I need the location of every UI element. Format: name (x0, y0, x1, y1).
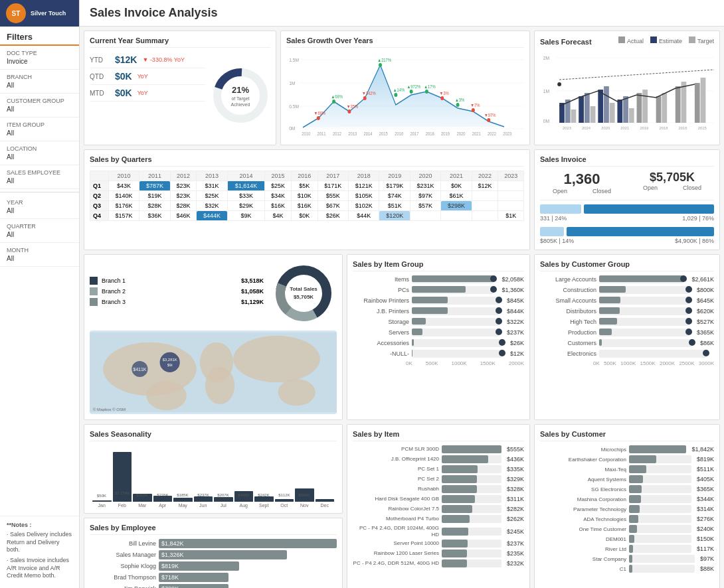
customer-bar-item: Star Company$97K (540, 555, 714, 563)
svg-text:▼7%: ▼7% (470, 102, 480, 108)
filter-year-value: All (7, 207, 72, 214)
season-employee-col: Sales Seasonality $50K$2,154K$328K$276K$… (84, 424, 343, 588)
filter-year[interactable]: Year All (0, 195, 79, 219)
svg-text:2023: 2023 (563, 126, 572, 130)
svg-text:2015: 2015 (698, 126, 707, 130)
branch1-value: $3,518K (241, 277, 264, 284)
branch1-label: Branch 1 (102, 277, 126, 284)
invoice-open-label: Open (553, 188, 567, 194)
svg-point-27 (410, 90, 413, 94)
filter-month-label: Month (7, 247, 72, 254)
filter-quarter[interactable]: Quarter All (0, 219, 79, 243)
customer-title: Sales by Customer (540, 430, 714, 441)
customer-group-title: Sales by Customer Group (540, 260, 714, 271)
branch2-value: $1,058K (241, 288, 264, 295)
svg-point-15 (379, 63, 382, 67)
svg-text:2015: 2015 (379, 131, 388, 136)
svg-point-79 (557, 82, 561, 86)
svg-text:1M: 1M (289, 80, 295, 86)
item-bar-item: Rainbow 1200 Laser Series$235K (353, 550, 524, 557)
svg-rect-76 (681, 82, 687, 123)
qtd-label: QTD (90, 73, 110, 80)
filter-month[interactable]: Month All (0, 243, 79, 267)
filter-doctype[interactable]: Doc Type Invoice (0, 46, 79, 70)
mtd-value: $0K (115, 88, 132, 98)
svg-text:▼97%: ▼97% (484, 112, 496, 117)
count-open-stat: 331 | 24% (540, 215, 567, 222)
filter-sales-employee-label: Sales Employee (7, 169, 72, 176)
page-title: Sales Invoice Analysis (80, 0, 724, 27)
svg-point-97 (205, 367, 234, 404)
invoice-amount-section: $5,705K Open Closed (630, 171, 714, 194)
item-group-title: Sales by Item Group (353, 260, 524, 271)
ytd-value: $12K (115, 54, 137, 65)
svg-point-19 (363, 96, 367, 100)
season-bar: $242K (254, 496, 274, 502)
sales-forecast-card: Sales Forecast Actual Estimate Target 2M… (534, 31, 720, 145)
item-bar-item: Server Point 10000$237K (353, 540, 524, 548)
seasonality-card: Sales Seasonality $50K$2,154K$328K$276K$… (84, 424, 343, 514)
employee-bar-item: Sophie Klogg$819K (90, 561, 337, 571)
bar-item: Construction$800K (540, 286, 714, 294)
filter-sales-employee[interactable]: Sales Employee All (0, 165, 79, 189)
svg-text:$9i: $9i (167, 363, 173, 367)
item-bar-item: Rainbow ColorJet 7.5$282K (353, 505, 524, 513)
customer-bar-item: C1$88K (540, 565, 714, 573)
map-area: $411K $3,281K $9i © Mapbox © OSM (90, 331, 337, 414)
current-year-title: Current Year Summary (90, 37, 270, 48)
item-group-card: Sales by Item Group Items$2,058KPCs$1,36… (347, 254, 530, 420)
employee-title: Sales by Employee (90, 524, 337, 535)
row4: Sales Seasonality $50K$2,154K$328K$276K$… (84, 424, 720, 588)
bar-item: Large Accounts$2,661K (540, 275, 714, 283)
sidebar: ST Silver Touch Filters Doc Type Invoice… (0, 0, 80, 588)
branch2-color (90, 287, 98, 295)
employee-bar-item: Sales Manager$1,326K (90, 550, 337, 559)
customer-bar-item: Earthshaker Corporation$819K (540, 455, 714, 463)
svg-text:2M: 2M (543, 56, 550, 60)
invoice-total-count: 1,360 (540, 171, 624, 188)
filter-item-group[interactable]: Item Group All (0, 117, 79, 141)
bar-item: -NULL-$12K (353, 350, 524, 358)
logo-text: Silver Touch (31, 10, 66, 17)
item-bar-item: Hard Disk Seagate 400 GB$311K (353, 495, 524, 503)
item-bar-item: PC Set 1$335K (353, 465, 524, 473)
filter-branch[interactable]: Branch All (0, 70, 79, 94)
employee-bar-item: Brad Thompson$718K (90, 573, 337, 582)
customer-card: Sales by Customer Microchips$1,842KEarth… (534, 424, 720, 588)
bar-item: J.B. Printers$844K (353, 307, 524, 315)
customer-bar-item: Parameter Technology$314K (540, 505, 714, 513)
mtd-label: MTD (90, 90, 110, 97)
season-bar: $276K (153, 496, 173, 502)
seasonality-bars: $50K$2,154K$328K$276K$185K$237K$207K$448… (90, 445, 337, 502)
bar-item: Production$365K (540, 329, 714, 336)
bar-item: Servers$237K (353, 329, 524, 336)
filter-location[interactable]: Location All (0, 141, 79, 165)
bar-item: Storage$322K (353, 318, 524, 326)
invoice-count-section: 1,360 Open Closed (540, 171, 624, 194)
svg-rect-67 (610, 103, 615, 123)
svg-text:▲217%: ▲217% (377, 57, 391, 62)
main-content: Sales Invoice Analysis Current Year Summ… (80, 0, 724, 588)
filter-doctype-label: Doc Type (7, 50, 72, 56)
filter-customer-group-label: Customer Group (7, 98, 72, 104)
svg-text:2023: 2023 (503, 131, 511, 136)
bar-item: Rainbow Printers$845K (353, 297, 524, 305)
logo-icon: ST (5, 3, 27, 24)
filter-item-group-label: Item Group (7, 121, 72, 128)
logo: ST Silver Touch (0, 0, 79, 27)
branch-info: Branch 1 $3,518K Branch 2 $1,058K Branch… (90, 277, 264, 306)
svg-text:$411K: $411K (133, 367, 147, 372)
item-bar-item: PC - P4 2.4G, DDR 1024M, 400G HD$245K (353, 525, 524, 538)
filter-customer-group[interactable]: Customer Group All (0, 94, 79, 117)
svg-text:2021: 2021 (472, 131, 481, 136)
svg-text:▼35%: ▼35% (347, 104, 359, 109)
svg-rect-66 (604, 86, 609, 123)
filter-location-label: Location (7, 145, 72, 152)
svg-text:© Mapbox © OSM: © Mapbox © OSM (93, 407, 126, 411)
seasonality-title: Sales Seasonality (90, 430, 337, 441)
season-bar: $448K (234, 491, 254, 502)
legend-target: Target (689, 37, 714, 44)
filter-year-label: Year (7, 199, 72, 206)
customer-bar-item: DEM001$150K (540, 535, 714, 543)
filter-item-group-value: All (7, 129, 72, 137)
